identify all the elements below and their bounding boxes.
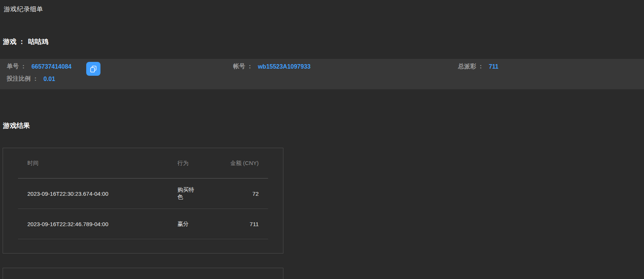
column-header-time: 时间 bbox=[18, 160, 168, 167]
results-heading: 游戏结果 bbox=[3, 121, 30, 130]
order-number-label: 单号 ： bbox=[7, 63, 26, 69]
page-title: 游戏纪录细单 bbox=[4, 5, 43, 14]
total-payout-group: 总派彩 ： 711 bbox=[458, 63, 499, 70]
total-payout-value: 711 bbox=[489, 63, 499, 70]
copy-button[interactable] bbox=[86, 62, 100, 76]
cell-time: 2023-09-16T22:32:46.789-04:00 bbox=[18, 221, 168, 227]
game-label: 游戏 ： bbox=[3, 38, 25, 45]
results-table: 时间 行为 金额 (CNY) 2023-09-16T22:30:23.674-0… bbox=[18, 148, 268, 239]
game-record-page: 游戏纪录细单 游戏 ：咕咕鸡 单号 ： 665737414084 帐号 ： wb… bbox=[0, 0, 644, 279]
cell-time: 2023-09-16T22:30:23.674-04:00 bbox=[18, 190, 168, 197]
copy-icon bbox=[89, 65, 97, 73]
game-heading: 游戏 ：咕咕鸡 bbox=[3, 37, 48, 46]
order-number-value: 665737414084 bbox=[31, 63, 72, 70]
bet-ratio-group: 投注比例 ： 0.01 bbox=[7, 75, 55, 83]
cell-amount: 72 bbox=[208, 190, 268, 197]
total-payout-label: 总派彩 ： bbox=[458, 63, 484, 69]
cell-action: 赢分 bbox=[168, 220, 208, 228]
account-label: 帐号 ： bbox=[233, 63, 253, 69]
account-group: 帐号 ： wb15523A1097933 bbox=[233, 63, 310, 70]
bet-ratio-label: 投注比例 ： bbox=[7, 75, 38, 82]
table-row: 2023-09-16T22:32:46.789-04:00 赢分 711 bbox=[18, 209, 268, 239]
cell-amount: 711 bbox=[208, 221, 268, 227]
cell-action: 购买特色 bbox=[168, 186, 208, 201]
column-header-amount: 金额 (CNY) bbox=[208, 160, 268, 167]
secondary-panel bbox=[3, 268, 283, 279]
table-row: 2023-09-16T22:30:23.674-04:00 购买特色 72 bbox=[18, 178, 268, 209]
column-header-action: 行为 bbox=[168, 160, 208, 167]
table-header-row: 时间 行为 金额 (CNY) bbox=[18, 148, 268, 178]
account-value: wb15523A1097933 bbox=[258, 63, 311, 70]
order-number-group: 单号 ： 665737414084 bbox=[7, 63, 72, 70]
game-name: 咕咕鸡 bbox=[28, 38, 48, 45]
info-bar: 单号 ： 665737414084 帐号 ： wb15523A1097933 总… bbox=[0, 59, 644, 89]
bet-ratio-value: 0.01 bbox=[43, 76, 55, 82]
results-panel: 时间 行为 金额 (CNY) 2023-09-16T22:30:23.674-0… bbox=[3, 148, 283, 254]
